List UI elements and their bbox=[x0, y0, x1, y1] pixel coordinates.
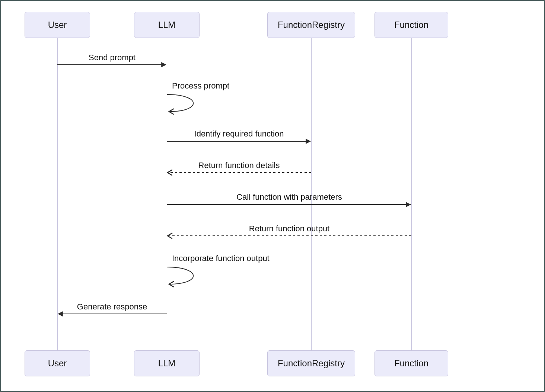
message-label: Identify required function bbox=[194, 129, 284, 139]
participant-label: User bbox=[48, 358, 67, 369]
message-label: Return function details bbox=[198, 161, 280, 170]
participant-functionregistry-top: FunctionRegistry bbox=[267, 12, 355, 38]
participant-user-top: User bbox=[25, 12, 90, 38]
participant-label: User bbox=[48, 20, 67, 30]
participant-label: Function bbox=[394, 20, 428, 30]
arrow-process-prompt bbox=[167, 94, 193, 112]
message-label: Call function with parameters bbox=[236, 192, 342, 202]
message-label: Generate response bbox=[77, 302, 147, 312]
participant-llm-bottom: LLM bbox=[134, 350, 200, 376]
lifeline-function bbox=[411, 38, 412, 350]
participant-label: Function bbox=[394, 358, 428, 369]
participant-label: FunctionRegistry bbox=[278, 20, 345, 30]
lifeline-llm bbox=[167, 38, 167, 350]
sequence-diagram: User LLM FunctionRegistry Function User … bbox=[0, 0, 545, 392]
participant-function-bottom: Function bbox=[375, 350, 448, 376]
message-label: Return function output bbox=[249, 224, 329, 234]
participant-label: FunctionRegistry bbox=[278, 358, 345, 369]
message-label: Incorporate function output bbox=[172, 254, 270, 263]
message-label: Send prompt bbox=[89, 53, 136, 62]
participant-llm-top: LLM bbox=[134, 12, 200, 38]
participant-functionregistry-bottom: FunctionRegistry bbox=[267, 350, 355, 376]
participant-label: LLM bbox=[158, 20, 176, 30]
lifeline-user bbox=[57, 38, 58, 350]
participant-function-top: Function bbox=[375, 12, 448, 38]
arrow-incorporate-output bbox=[167, 267, 193, 284]
participant-label: LLM bbox=[158, 358, 176, 369]
participant-user-bottom: User bbox=[25, 350, 90, 376]
message-label: Process prompt bbox=[172, 81, 229, 91]
